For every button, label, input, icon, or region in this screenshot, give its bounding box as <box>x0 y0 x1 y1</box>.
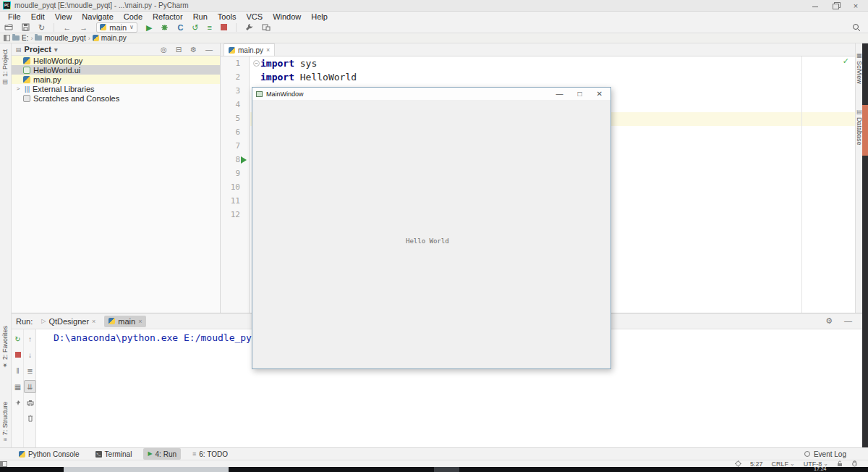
todo-list-icon: ≡ <box>192 450 196 458</box>
mainwindow-dialog[interactable]: MainWindow — □ ✕ Hello World <box>252 87 611 369</box>
up-stack-trace-button[interactable]: ↑ <box>24 332 36 345</box>
clear-all-icon[interactable] <box>24 412 36 425</box>
toolwindow-terminal-button[interactable]: >_ Terminal <box>91 450 137 459</box>
caret-position[interactable]: 5:27 <box>750 460 763 468</box>
project-panel: ▤ Project ▾ ◎ ⊟ ⚙ — HelloWorld.py HelloW… <box>12 43 221 313</box>
stop-button[interactable] <box>221 24 227 30</box>
menu-help[interactable]: Help <box>306 12 333 21</box>
breadcrumb-drive[interactable]: E: <box>12 34 28 42</box>
editor-gutter: 1 2 3 4 5 6 7 8 9 10 11 12 <box>221 56 250 313</box>
menu-run[interactable]: Run <box>188 12 213 21</box>
project-external-libraries[interactable]: > ||| External Libraries <box>12 84 220 93</box>
toolwindow-favorites-button[interactable]: ★ 2: Favorites <box>1 326 9 368</box>
menu-navigate[interactable]: Navigate <box>77 12 118 21</box>
menu-window[interactable]: Window <box>268 12 306 21</box>
window-title: moudle_pyqt [E:\moudle_pyqt] - ...\main.… <box>14 1 189 9</box>
toolwindow-run-button[interactable]: ▶ 4: Run <box>143 448 181 460</box>
dialog-title-bar[interactable]: MainWindow — □ ✕ <box>252 88 610 100</box>
code-fold-icon[interactable]: − <box>253 60 260 67</box>
dialog-minimize-button[interactable]: — <box>556 90 563 98</box>
window-restore-button[interactable] <box>832 2 839 9</box>
hide-panel-icon[interactable]: — <box>844 316 852 326</box>
toolwindow-toggle-icon[interactable] <box>0 461 7 467</box>
pause-button[interactable]: ‖ <box>12 364 24 377</box>
run-button[interactable]: ▶ <box>146 22 152 33</box>
run-configuration-select[interactable]: main ∨ <box>96 22 137 33</box>
menu-tools[interactable]: Tools <box>213 12 242 21</box>
line-separator-select[interactable]: CRLF ⌄ <box>772 460 795 468</box>
breadcrumb-file[interactable]: main.py <box>93 34 127 42</box>
project-scratches[interactable]: Scratches and Consoles <box>12 93 220 103</box>
menu-refactor[interactable]: Refactor <box>148 12 188 21</box>
background-tasks-icon[interactable] <box>735 460 741 467</box>
scroll-to-end-button[interactable]: ⇊ <box>24 380 36 393</box>
run-line-marker-icon[interactable] <box>241 156 247 164</box>
dialog-maximize-button[interactable]: □ <box>578 90 582 98</box>
menu-vcs[interactable]: VCS <box>242 12 268 21</box>
sync-icon[interactable]: ↻ <box>38 22 45 33</box>
gear-icon[interactable]: ⚙ <box>825 316 833 326</box>
inspection-profile-icon[interactable] <box>851 460 858 467</box>
project-file-main-py[interactable]: main.py <box>12 75 220 84</box>
toolwindow-toggle-icon[interactable] <box>4 35 10 41</box>
tab-main-py[interactable]: main.py × <box>224 43 275 56</box>
event-log-button[interactable]: Event Log <box>804 450 868 458</box>
close-tab-icon[interactable]: × <box>266 46 270 54</box>
taskbar-app-segment[interactable] <box>64 467 229 472</box>
toolwindow-todo-button[interactable]: ≡ 6: TODO <box>188 450 232 459</box>
menu-view[interactable]: View <box>50 12 77 21</box>
breadcrumb-folder[interactable]: moudle_pyqt <box>35 34 85 42</box>
open-icon[interactable] <box>4 23 13 31</box>
run-tab-qtdesigner[interactable]: ▷ QtDesigner × <box>37 315 100 328</box>
back-icon[interactable]: ← <box>63 22 71 33</box>
collapse-all-icon[interactable]: ⊟ <box>173 46 184 54</box>
terminal-icon: >_ <box>95 451 102 458</box>
run-with-options-button[interactable]: ≡ <box>208 22 212 33</box>
menu-code[interactable]: Code <box>119 12 148 21</box>
project-panel-title[interactable]: Project <box>25 45 51 54</box>
window-minimize-button[interactable] <box>812 2 819 9</box>
forward-icon[interactable]: → <box>80 22 88 33</box>
down-stack-trace-button[interactable]: ↓ <box>24 348 36 361</box>
locate-file-icon[interactable]: ◎ <box>158 46 170 54</box>
toolwindow-structure-button[interactable]: ≡ 7: Structure <box>1 402 9 441</box>
toolwindow-project-button[interactable]: ▤ 1: Project <box>1 49 9 85</box>
event-log-icon <box>804 451 810 457</box>
windows-taskbar[interactable]: 17:24 <box>0 467 868 472</box>
run-label: Run: <box>16 317 33 326</box>
toolwindow-python-console-button[interactable]: Python Console <box>14 450 84 459</box>
print-button[interactable] <box>24 396 36 409</box>
close-tab-icon[interactable]: × <box>138 318 142 325</box>
toolwindow-layout-icon[interactable] <box>262 23 271 31</box>
dialog-close-button[interactable]: ✕ <box>597 90 603 98</box>
profiler-button[interactable]: ↺ <box>192 22 198 33</box>
left-toolwindow-stripe: ▤ 1: Project ★ 2: Favorites ≡ 7: Structu… <box>0 43 12 447</box>
window-close-button[interactable]: × <box>852 2 859 9</box>
debug-button[interactable] <box>161 23 169 31</box>
save-icon[interactable] <box>22 23 30 31</box>
code-content[interactable]: import sys import HelloWorld <box>260 56 855 84</box>
restore-layout-button[interactable]: ▦ <box>12 380 24 393</box>
menu-file[interactable]: File <box>3 12 26 21</box>
soft-wrap-button[interactable]: ≣ <box>24 364 36 377</box>
rerun-button[interactable]: ↻ <box>12 332 24 345</box>
menu-edit[interactable]: Edit <box>26 12 50 21</box>
search-everywhere-icon[interactable] <box>852 23 868 32</box>
run-tab-main[interactable]: main × <box>104 316 146 327</box>
project-file-helloworld-ui[interactable]: HelloWorld.ui <box>12 65 220 75</box>
navigation-bar: E: › moudle_pyqt › main.py <box>0 33 868 43</box>
gear-icon[interactable]: ⚙ <box>187 46 200 54</box>
stop-button[interactable] <box>12 348 24 361</box>
project-file-helloworld-py[interactable]: HelloWorld.py <box>12 56 220 65</box>
coverage-button[interactable]: C <box>177 22 183 33</box>
hide-panel-icon[interactable]: — <box>203 46 216 54</box>
taskbar-app-segment[interactable] <box>434 467 459 472</box>
python-icon <box>100 24 106 30</box>
breadcrumb-chevron-icon: › <box>88 35 90 42</box>
project-dropdown-icon[interactable]: ▾ <box>54 46 58 54</box>
lock-icon[interactable] <box>837 460 843 467</box>
expand-chevron-icon[interactable]: > <box>14 85 22 92</box>
wrench-icon[interactable] <box>245 23 253 31</box>
close-tab-icon[interactable]: × <box>92 318 95 325</box>
pin-icon[interactable] <box>12 396 24 409</box>
